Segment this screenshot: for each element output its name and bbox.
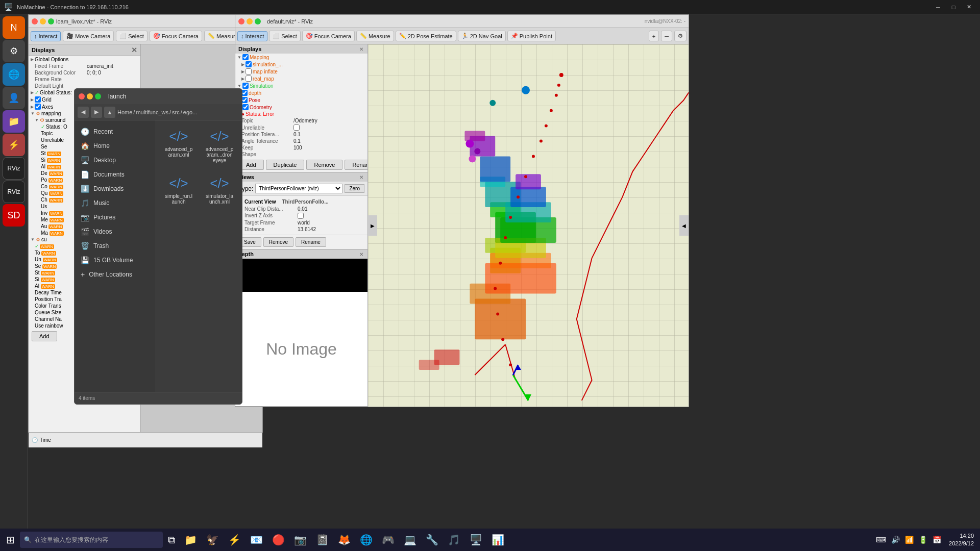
nav-goal-button[interactable]: 🏃 2D Nav Goal: [458, 31, 506, 41]
rviz-viewport[interactable]: ◀ ▶: [368, 44, 689, 407]
odometry-checkbox[interactable]: [242, 104, 249, 110]
fm-volume-item[interactable]: 💾 15 GB Volume: [75, 253, 156, 267]
fm-forward-button[interactable]: ▶: [91, 107, 102, 118]
views-type-select[interactable]: ThirdPersonFollower (rviz): [255, 184, 342, 193]
map-inflate-checkbox[interactable]: [246, 68, 252, 74]
tray-icon-5[interactable]: 📅: [931, 536, 943, 544]
rviz-main-tl-close[interactable]: [238, 18, 244, 24]
nm-icon-7[interactable]: RViz: [3, 181, 25, 203]
nm-icon-8[interactable]: SD: [3, 204, 25, 227]
fm-other-locations-item[interactable]: + Other Locations: [75, 267, 156, 282]
invert-z-checkbox[interactable]: [298, 213, 304, 219]
fm-ego-crumb[interactable]: ego...: [183, 109, 198, 115]
fm-src-crumb[interactable]: src: [172, 109, 180, 115]
select-button-main[interactable]: ⬜ Select: [269, 31, 301, 41]
taskbar-btn-6[interactable]: 📓: [312, 530, 333, 549]
tl-maximize[interactable]: [48, 18, 54, 24]
fm-documents-item[interactable]: 📄 Documents: [75, 167, 156, 182]
taskbar-btn-14[interactable]: 📊: [487, 530, 508, 549]
nm-icon-0[interactable]: N: [3, 16, 25, 39]
toolbar-plus-btn[interactable]: +: [649, 31, 659, 41]
depth-item[interactable]: ▶ depth: [235, 89, 368, 96]
depth-header[interactable]: depth ✕: [235, 249, 368, 259]
tl-minimize[interactable]: [40, 18, 46, 24]
taskbar-btn-11[interactable]: 🔧: [422, 530, 443, 549]
odometry-item[interactable]: ▼ Odometry: [235, 104, 368, 111]
task-view-button[interactable]: ⧉: [164, 530, 179, 549]
tl-close[interactable]: [32, 18, 38, 24]
add-button-bg[interactable]: Add: [32, 331, 57, 341]
taskbar-btn-13[interactable]: 🖥️: [465, 530, 486, 549]
remove-button-displays[interactable]: Remove: [306, 160, 342, 170]
tray-icon-2[interactable]: 🔊: [890, 536, 901, 544]
pose-2d-button[interactable]: ✏️ 2D Pose Estimate: [396, 31, 456, 41]
fm-file-3[interactable]: </> simulator_launch.xml: [201, 171, 238, 209]
toolbar-gear-btn[interactable]: ⚙: [674, 31, 687, 41]
nm-icon-4[interactable]: 📁: [3, 110, 25, 133]
interact-button-main[interactable]: ↕ Interact: [237, 31, 267, 41]
nm-icon-5[interactable]: ⚡: [3, 134, 25, 156]
nm-icon-2[interactable]: 🌐: [3, 63, 25, 86]
map-inflate-item[interactable]: ▶ map inflate: [235, 68, 368, 75]
simulation-item[interactable]: ▶ simulation_...: [235, 61, 368, 68]
taskbar-btn-9[interactable]: 🎮: [378, 530, 399, 549]
fm-trash-item[interactable]: 🗑️ Trash: [75, 239, 156, 253]
depth-close[interactable]: ✕: [358, 252, 364, 257]
fm-desktop-item[interactable]: 🖥️ Desktop: [75, 153, 156, 167]
rviz-main-tl-max[interactable]: [255, 18, 261, 24]
fm-music-item[interactable]: 🎵 Music: [75, 196, 156, 210]
rename-button-displays[interactable]: Rename: [345, 160, 368, 170]
taskbar-search[interactable]: 🔍 在这里输入您要搜索的内容: [20, 532, 163, 548]
taskbar-btn-12[interactable]: 🎵: [444, 530, 464, 549]
fm-up-button[interactable]: ▲: [104, 107, 115, 118]
rviz-main-tl-min[interactable]: [247, 18, 253, 24]
file-explorer-button[interactable]: 📁: [180, 530, 201, 549]
displays-close-main[interactable]: ✕: [358, 46, 364, 52]
select-button-bg[interactable]: ⬜ Select: [116, 31, 148, 41]
fm-pictures-item[interactable]: 📷 Pictures: [75, 210, 156, 224]
taskbar-btn-3[interactable]: 📧: [246, 530, 267, 549]
tray-icon-3[interactable]: 📶: [903, 536, 915, 544]
taskbar-btn-1[interactable]: 🦅: [202, 530, 223, 549]
fm-recent-item[interactable]: 🕐 Recent: [75, 124, 156, 139]
taskbar-btn-4[interactable]: 🔴: [268, 530, 289, 549]
maximize-button[interactable]: □: [946, 0, 961, 14]
taskbar-btn-5[interactable]: 📷: [290, 530, 311, 549]
mapping-main-item[interactable]: ▼ Mapping: [235, 54, 368, 61]
nm-icon-1[interactable]: ⚙: [3, 40, 25, 62]
fm-tl-max[interactable]: [95, 93, 101, 99]
system-clock[interactable]: 14:20 2022/9/12: [945, 532, 978, 548]
unreliable-checkbox[interactable]: [293, 124, 300, 131]
nm-icon-6[interactable]: RViz: [3, 157, 25, 180]
viewport-expand-arrow[interactable]: ▶: [368, 215, 377, 236]
grid-checkbox[interactable]: [35, 96, 41, 103]
views-rename-button[interactable]: Rename: [296, 237, 326, 247]
taskbar-btn-10[interactable]: 💻: [400, 530, 421, 549]
displays-panel-header[interactable]: Displays ✕: [235, 44, 368, 54]
views-header[interactable]: Views ✕: [235, 172, 368, 182]
focus-camera-button-bg[interactable]: 🎯 Focus Camera: [150, 31, 202, 41]
fm-home-crumb[interactable]: Home: [117, 109, 132, 115]
displays-close-bg[interactable]: ✕: [131, 46, 137, 54]
taskbar-btn-8[interactable]: 🌐: [356, 530, 377, 549]
fm-videos-item[interactable]: 🎬 Videos: [75, 224, 156, 239]
fm-file-2[interactable]: </> simple_run.launch: [160, 171, 197, 209]
duplicate-button[interactable]: Duplicate: [266, 160, 305, 170]
tray-icon-1[interactable]: ⌨: [874, 536, 888, 544]
fm-back-button[interactable]: ◀: [78, 107, 89, 118]
real-map-checkbox[interactable]: [246, 76, 252, 82]
fm-ws-crumb[interactable]: multifunc_ws: [136, 109, 168, 115]
focus-camera-button-main[interactable]: 🎯 Focus Camera: [302, 31, 355, 41]
fm-file-0[interactable]: </> advanced_param.xml: [160, 124, 197, 167]
fm-downloads-item[interactable]: ⬇️ Downloads: [75, 182, 156, 196]
toolbar-minus-btn[interactable]: ─: [661, 31, 672, 41]
close-button[interactable]: ✕: [962, 0, 976, 14]
fm-tl-min[interactable]: [87, 93, 93, 99]
axes-checkbox[interactable]: [35, 104, 41, 110]
start-button[interactable]: ⊞: [2, 530, 19, 549]
simulation-main-checkbox[interactable]: [242, 83, 249, 89]
mapping-checkbox[interactable]: [242, 54, 249, 60]
taskbar-btn-7[interactable]: 🦊: [334, 530, 355, 549]
pose-item[interactable]: ▶ Pose: [235, 96, 368, 104]
fm-home-item[interactable]: 🏠 Home: [75, 139, 156, 153]
